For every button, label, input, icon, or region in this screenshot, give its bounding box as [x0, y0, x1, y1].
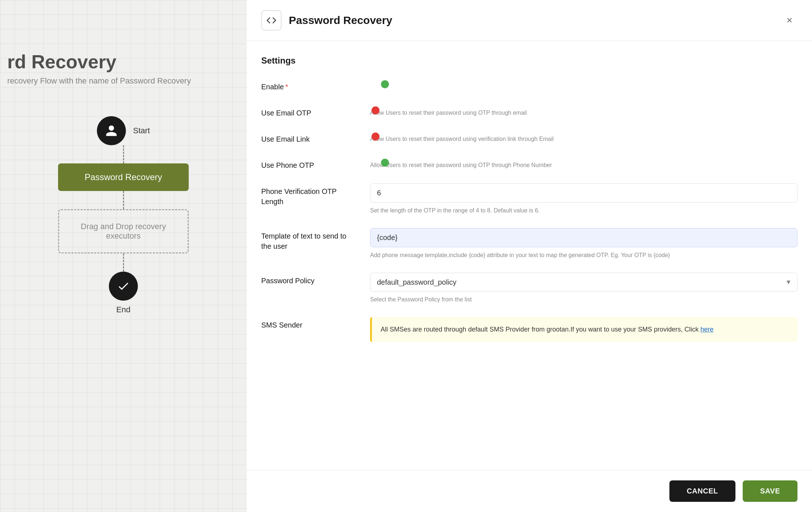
- main-flow-node[interactable]: Password Recovery: [58, 163, 189, 191]
- panel-body: Settings Enable* Use Email OTP Allow: [247, 41, 812, 470]
- password-policy-control: default_password_policy ▼ Select the Pas…: [370, 273, 797, 304]
- sms-info-box: All SMSes are routed through default SMS…: [370, 317, 797, 342]
- end-label: End: [116, 305, 130, 314]
- email-otp-label: Use Email OTP: [261, 105, 356, 118]
- email-link-row: Use Email Link Allow Users to reset thei…: [261, 131, 797, 144]
- phone-otp-description: Allow Users to reset their password usin…: [370, 161, 797, 170]
- section-title: Settings: [261, 56, 797, 66]
- panel-header: Password Recovery ×: [247, 0, 812, 41]
- template-control: Add phone message template,include {code…: [370, 228, 797, 260]
- password-policy-select-container: default_password_policy ▼: [370, 273, 797, 292]
- end-node-row: End: [44, 272, 203, 314]
- otp-length-input[interactable]: [370, 183, 797, 203]
- start-node-row: Start: [44, 116, 203, 145]
- phone-otp-label: Use Phone OTP: [261, 157, 356, 170]
- template-description: Add phone message template,include {code…: [370, 251, 797, 260]
- start-label: Start: [133, 126, 150, 135]
- sms-sender-label: SMS Sender: [261, 317, 356, 330]
- sms-sender-control: All SMSes are routed through default SMS…: [370, 317, 797, 342]
- otp-length-row: Phone Verification OTP Length Set the le…: [261, 183, 797, 215]
- email-otp-row: Use Email OTP Allow Users to reset their…: [261, 105, 797, 118]
- email-otp-description: Allow Users to reset their password usin…: [370, 109, 797, 117]
- password-policy-label: Password Policy: [261, 273, 356, 286]
- save-button[interactable]: SAVE: [743, 480, 797, 502]
- cancel-button[interactable]: CANCEL: [669, 480, 735, 502]
- email-otp-control: Allow Users to reset their password usin…: [370, 105, 797, 117]
- template-label: Template of text to send to the user: [261, 228, 356, 251]
- connector-1: [123, 145, 124, 163]
- panel-code-icon-button[interactable]: [261, 10, 282, 31]
- sms-sender-row: SMS Sender All SMSes are routed through …: [261, 317, 797, 342]
- password-policy-description: Select the Password Policy from the list: [370, 295, 797, 304]
- sms-info-text: All SMSes are routed through default SMS…: [381, 326, 700, 333]
- flow-area: Start Password Recovery Drag and Drop re…: [44, 116, 203, 314]
- otp-length-label: Phone Verification OTP Length: [261, 183, 356, 207]
- email-link-description: Allow Users to reset their password usin…: [370, 135, 797, 143]
- panel-footer: CANCEL SAVE: [247, 470, 812, 512]
- password-policy-select[interactable]: default_password_policy: [370, 273, 797, 292]
- email-link-control: Allow Users to reset their password usin…: [370, 131, 797, 143]
- drop-area[interactable]: Drag and Drop recovery executors: [58, 209, 189, 253]
- otp-length-description: Set the length of the OTP in the range o…: [370, 206, 797, 215]
- phone-otp-row: Use Phone OTP Allow Users to reset their…: [261, 157, 797, 170]
- template-row: Template of text to send to the user Add…: [261, 228, 797, 260]
- panel-title: Password Recovery: [289, 14, 392, 27]
- canvas-subtitle: recovery Flow with the name of Password …: [7, 76, 191, 86]
- panel-header-left: Password Recovery: [261, 10, 392, 31]
- start-node-circle: [97, 116, 126, 145]
- canvas-area: rd Recovery recovery Flow with the name …: [0, 0, 247, 512]
- canvas-title: rd Recovery: [7, 51, 116, 73]
- sms-info-link[interactable]: here: [700, 326, 713, 333]
- password-policy-row: Password Policy default_password_policy …: [261, 273, 797, 304]
- email-link-label: Use Email Link: [261, 131, 356, 144]
- settings-panel: Password Recovery × Settings Enable* Use…: [247, 0, 812, 512]
- template-input[interactable]: [370, 228, 797, 247]
- connector-3: [123, 253, 124, 272]
- end-node-circle: [109, 272, 138, 301]
- otp-length-control: Set the length of the OTP in the range o…: [370, 183, 797, 215]
- panel-close-button[interactable]: ×: [782, 12, 797, 28]
- enable-label: Enable*: [261, 79, 356, 92]
- enable-row: Enable*: [261, 79, 797, 92]
- phone-otp-control: Allow Users to reset their password usin…: [370, 157, 797, 170]
- connector-2: [123, 191, 124, 209]
